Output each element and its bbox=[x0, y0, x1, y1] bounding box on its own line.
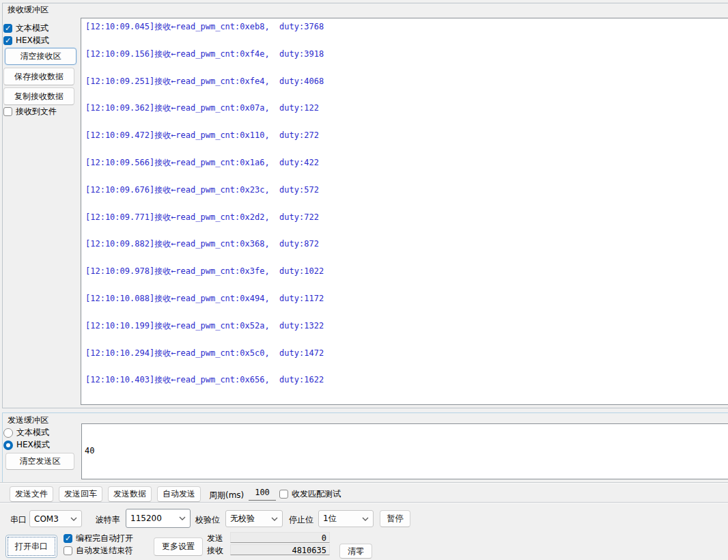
radio-selected-icon bbox=[3, 440, 13, 450]
checkbox-unchecked-icon bbox=[3, 107, 12, 116]
send-data-button[interactable]: 发送数据 bbox=[108, 486, 152, 502]
radio-unselected-icon bbox=[3, 428, 13, 438]
auto-send-button[interactable]: 自动发送 bbox=[157, 486, 201, 502]
parity-select[interactable]: 无校验 bbox=[225, 510, 283, 527]
log-line: [12:10:09.882]接收←read_pwm_cnt:0x368, dut… bbox=[85, 239, 728, 266]
copy-receive-button[interactable]: 复制接收数据 bbox=[3, 87, 74, 105]
send-group-title: 发送缓冲区 bbox=[6, 415, 50, 426]
checkbox-unchecked-icon bbox=[279, 490, 288, 499]
chevron-down-icon bbox=[362, 517, 369, 521]
clear-send-button[interactable]: 清空发送区 bbox=[5, 453, 74, 470]
receive-text-mode-checkbox[interactable]: 文本模式 bbox=[3, 23, 48, 34]
receive-text-mode-label: 文本模式 bbox=[16, 23, 48, 34]
log-line: [12:10:10.088]接收←read_pwm_cnt:0x494, dut… bbox=[85, 294, 728, 321]
auto-terminator-checkbox[interactable]: 自动发送结束符 bbox=[64, 545, 133, 557]
tx-count-label: 发送 bbox=[207, 533, 223, 544]
baud-value: 115200 bbox=[130, 514, 162, 523]
receive-to-file-checkbox[interactable]: 接收到文件 bbox=[3, 106, 57, 117]
auto-open-label: 编程完自动打开 bbox=[76, 533, 133, 544]
send-enter-button[interactable]: 发送回车 bbox=[59, 486, 102, 502]
log-line: [12:10:10.403]接收←read_pwm_cnt:0x656, dut… bbox=[85, 375, 728, 402]
auto-open-checkbox[interactable]: 编程完自动打开 bbox=[64, 533, 133, 544]
send-hex-mode-radio[interactable]: HEX模式 bbox=[3, 439, 50, 451]
log-line: [12:10:09.771]接收←read_pwm_cnt:0x2d2, dut… bbox=[85, 212, 728, 240]
checkbox-checked-icon bbox=[3, 24, 12, 33]
send-file-button[interactable]: 发送文件 bbox=[10, 486, 53, 502]
chevron-down-icon bbox=[70, 517, 77, 521]
log-line: [12:10:09.676]接收←read_pwm_cnt:0x23c, dut… bbox=[85, 185, 728, 212]
period-input[interactable]: 100 bbox=[249, 488, 276, 501]
log-line: [12:10:09.566]接收←read_pwm_cnt:0x1a6, dut… bbox=[85, 158, 728, 185]
baud-label: 波特率 bbox=[96, 514, 120, 526]
rx-count-value: 4810635 bbox=[230, 544, 330, 555]
log-line: [12:10:09.362]接收←read_pwm_cnt:0x07a, dut… bbox=[85, 103, 728, 130]
send-input-area[interactable]: 40 bbox=[81, 423, 728, 479]
tx-count-value: 0 bbox=[230, 532, 330, 543]
send-hex-mode-label: HEX模式 bbox=[16, 439, 50, 451]
chevron-down-icon bbox=[179, 516, 186, 520]
checkbox-checked-icon bbox=[64, 534, 72, 543]
pause-button[interactable]: 暂停 bbox=[380, 510, 410, 527]
receive-log[interactable]: [12:10:09.045]接收←read_pwm_cnt:0xeb8, dut… bbox=[81, 18, 728, 405]
stopbits-value: 1位 bbox=[323, 513, 337, 524]
log-line: [12:10:09.045]接收←read_pwm_cnt:0xeb8, dut… bbox=[85, 22, 728, 49]
receive-to-file-label: 接收到文件 bbox=[16, 106, 57, 117]
baud-select[interactable]: 115200 bbox=[126, 509, 191, 528]
separator-line bbox=[0, 502, 728, 503]
port-label: 串口 bbox=[10, 514, 27, 526]
log-line: [12:10:09.156]接收←read_pwm_cnt:0xf4e, dut… bbox=[85, 49, 728, 76]
receive-hex-mode-checkbox[interactable]: HEX模式 bbox=[3, 35, 49, 46]
log-line: [12:10:09.472]接收←read_pwm_cnt:0x110, dut… bbox=[85, 130, 728, 158]
stopbits-label: 停止位 bbox=[289, 514, 313, 526]
stopbits-select[interactable]: 1位 bbox=[318, 510, 374, 527]
log-line: [12:10:09.251]接收←read_pwm_cnt:0xfe4, dut… bbox=[85, 76, 728, 104]
chevron-down-icon bbox=[271, 517, 278, 521]
log-line: [12:10:09.978]接收←read_pwm_cnt:0x3fe, dut… bbox=[85, 266, 728, 294]
log-line: [12:10:10.199]接收←read_pwm_cnt:0x52a, dut… bbox=[85, 321, 728, 348]
match-test-label: 收发匹配测试 bbox=[292, 488, 341, 500]
more-settings-button[interactable]: 更多设置 bbox=[154, 537, 203, 556]
separator-line bbox=[0, 482, 728, 484]
open-port-button[interactable]: 打开串口 bbox=[5, 535, 57, 558]
checkbox-unchecked-icon bbox=[64, 546, 72, 555]
serial-assistant-window: 接收缓冲区 文本模式 HEX模式 清空接收区 保存接收数据 复制接收数据 接收到… bbox=[0, 0, 728, 560]
log-line: [12:10:10.294]接收←read_pwm_cnt:0x5c0, dut… bbox=[85, 348, 728, 376]
auto-terminator-label: 自动发送结束符 bbox=[76, 545, 133, 557]
save-receive-button[interactable]: 保存接收数据 bbox=[3, 68, 74, 85]
clear-receive-button[interactable]: 清空接收区 bbox=[5, 48, 76, 65]
rx-count-label: 接收 bbox=[207, 545, 223, 557]
port-select[interactable]: COM3 bbox=[29, 510, 82, 527]
port-value: COM3 bbox=[34, 514, 59, 524]
receive-hex-mode-label: HEX模式 bbox=[16, 35, 49, 46]
receive-group-title: 接收缓冲区 bbox=[6, 4, 50, 16]
period-label: 周期(ms) bbox=[209, 490, 244, 501]
clear-count-button[interactable]: 清零 bbox=[339, 544, 372, 559]
send-text-mode-label: 文本模式 bbox=[16, 427, 49, 438]
send-text-mode-radio[interactable]: 文本模式 bbox=[3, 427, 49, 438]
parity-label: 校验位 bbox=[195, 514, 220, 526]
checkbox-checked-icon bbox=[3, 36, 12, 45]
send-input-text: 40 bbox=[82, 443, 728, 456]
match-test-checkbox[interactable]: 收发匹配测试 bbox=[279, 488, 341, 500]
parity-value: 无校验 bbox=[230, 513, 255, 524]
